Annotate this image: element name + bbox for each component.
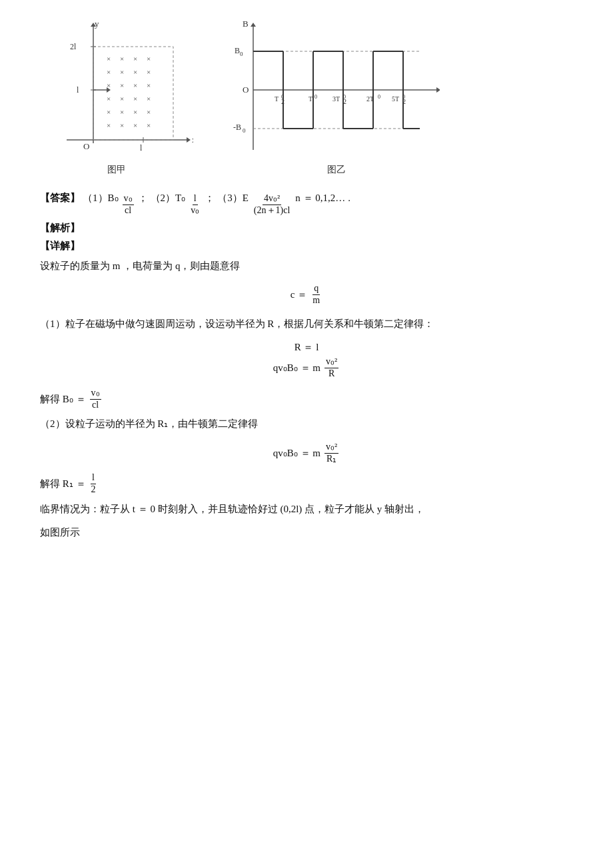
- svg-text:0: 0: [243, 127, 246, 134]
- answer-sep2: ；: [205, 188, 215, 208]
- answer-part3-num: （3）E: [217, 188, 249, 208]
- diagrams-row: x y O l 2l l × × × × ×: [40, 20, 573, 176]
- svg-text:×: ×: [147, 95, 151, 103]
- svg-text:×: ×: [107, 108, 111, 116]
- svg-text:×: ×: [120, 108, 124, 116]
- svg-text:×: ×: [147, 68, 151, 76]
- part2-boundary2: 如图所示: [40, 523, 573, 542]
- part2-frac: v₀² R₁: [324, 442, 338, 465]
- part1-eq2: qv₀B₀ ＝ m v₀² R: [273, 356, 340, 380]
- svg-text:×: ×: [120, 81, 124, 89]
- part1-solve: 解得 B₀ ＝ v₀ cl: [40, 388, 573, 411]
- svg-text:T: T: [275, 95, 279, 103]
- answer-label: 【答案】: [40, 188, 80, 208]
- svg-text:×: ×: [133, 81, 137, 89]
- part2-boundary: 临界情况为：粒子从 t ＝ 0 时刻射入，并且轨迹恰好过 (0,2l) 点，粒子…: [40, 500, 573, 519]
- analysis-label2: 【详解】: [40, 240, 573, 252]
- part2-solve: 解得 R₁ ＝ l 2: [40, 472, 573, 496]
- svg-text:B: B: [243, 20, 249, 29]
- c-frac: q m: [311, 283, 321, 306]
- diagram-right: t B O B 0 -B 0 T 0 2: [233, 20, 440, 176]
- svg-text:y: y: [95, 20, 99, 29]
- answer-part1-num: （1）B₀: [83, 188, 119, 208]
- part2-equations: qv₀B₀ ＝ m v₀² R₁: [40, 442, 573, 465]
- part2-solve-frac: l 2: [90, 472, 97, 496]
- svg-text:l: l: [140, 143, 143, 153]
- svg-text:x: x: [192, 135, 193, 145]
- svg-text:×: ×: [107, 55, 111, 63]
- svg-text:×: ×: [147, 81, 151, 89]
- svg-text:B: B: [235, 46, 240, 55]
- answer-part2-frac: l v₀: [189, 193, 201, 217]
- analysis-label1: 【解析】: [40, 222, 573, 234]
- svg-text:×: ×: [107, 68, 111, 76]
- part1-solve-frac: v₀ cl: [90, 388, 101, 411]
- part2-desc: （2）设粒子运动的半径为 R₁，由牛顿第二定律得: [40, 414, 573, 434]
- part2-eq1: qv₀B₀ ＝ m v₀² R₁: [273, 442, 340, 465]
- c-equation: c ＝ q m: [291, 283, 322, 306]
- answer-part3-n: n ＝ 0,1,2…: [295, 188, 345, 208]
- answer-section: 【答案】 （1）B₀ v₀ cl ； （2）T₀ l v₀ ； （3）E 4v₀…: [40, 188, 573, 217]
- svg-text:5T: 5T: [392, 95, 399, 103]
- diagram-right-svg: t B O B 0 -B 0 T 0 2: [233, 20, 440, 160]
- svg-text:×: ×: [120, 121, 124, 129]
- svg-text:O: O: [243, 85, 249, 95]
- svg-text:0: 0: [240, 51, 243, 57]
- part1-eq1: R ＝ l: [295, 341, 319, 354]
- svg-text:T: T: [308, 95, 312, 103]
- svg-text:×: ×: [107, 121, 111, 129]
- svg-text:0: 0: [314, 94, 317, 100]
- answer-line: 【答案】 （1）B₀ v₀ cl ； （2）T₀ l v₀ ； （3）E 4v₀…: [40, 188, 573, 217]
- svg-marker-42: [436, 87, 440, 93]
- svg-text:×: ×: [120, 68, 124, 76]
- svg-text:×: ×: [147, 55, 151, 63]
- c-equation-block: c ＝ q m: [40, 283, 573, 306]
- svg-marker-43: [251, 23, 256, 27]
- part1-desc: （1）粒子在磁场中做匀速圆周运动，设运动半径为 R，根据几何关系和牛顿第二定律得…: [40, 314, 573, 334]
- answer-sep1: ；: [138, 188, 148, 208]
- c-var: c ＝: [291, 288, 307, 301]
- answer-part2-num: （2）T₀: [151, 188, 186, 208]
- svg-marker-2: [187, 137, 191, 143]
- svg-text:-B: -B: [233, 123, 241, 132]
- answer-part1-frac: v₀ cl: [123, 193, 134, 217]
- svg-text:×: ×: [147, 121, 151, 129]
- diagram-left-label: 图甲: [107, 164, 126, 176]
- answer-part3-frac: 4v₀² (2n＋1)cl: [253, 193, 291, 217]
- svg-text:2l: 2l: [70, 42, 77, 51]
- svg-text:×: ×: [133, 68, 137, 76]
- diagram-left-svg: x y O l 2l l × × × × ×: [40, 20, 193, 160]
- answer-period: .: [348, 188, 350, 208]
- svg-text:×: ×: [120, 55, 124, 63]
- svg-text:×: ×: [147, 108, 151, 116]
- page-content: x y O l 2l l × × × × ×: [40, 20, 573, 542]
- svg-text:×: ×: [133, 108, 137, 116]
- svg-text:3T: 3T: [332, 95, 340, 103]
- diagram-left: x y O l 2l l × × × × ×: [40, 20, 193, 176]
- svg-text:0: 0: [378, 94, 380, 100]
- svg-text:l: l: [77, 85, 79, 95]
- analysis-intro: 设粒子的质量为 m ，电荷量为 q，则由题意得: [40, 256, 573, 276]
- part1-frac: v₀² R: [324, 356, 338, 380]
- svg-text:×: ×: [120, 95, 124, 103]
- svg-text:O: O: [83, 141, 89, 151]
- part1-equations: R ＝ l qv₀B₀ ＝ m v₀² R: [40, 341, 573, 380]
- svg-text:×: ×: [133, 95, 137, 103]
- svg-text:×: ×: [107, 95, 111, 103]
- svg-text:×: ×: [133, 121, 137, 129]
- diagram-right-label: 图乙: [327, 164, 346, 176]
- svg-text:×: ×: [133, 55, 137, 63]
